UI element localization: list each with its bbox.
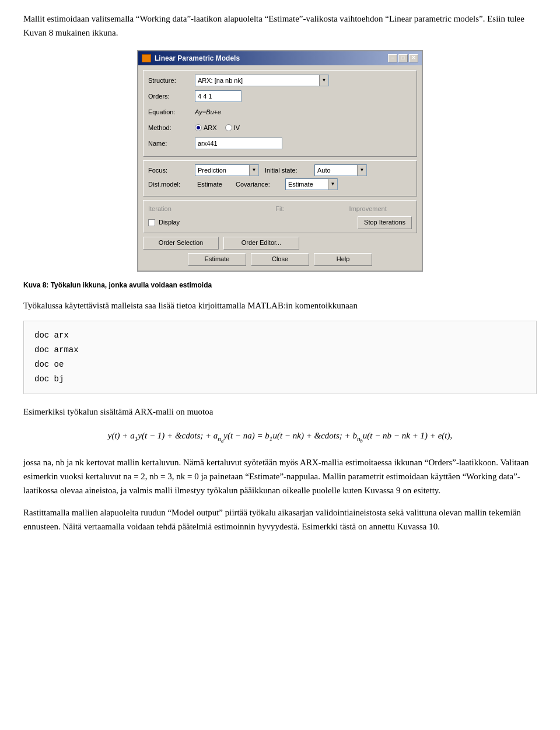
intro-paragraph: Mallit estimoidaan valitsemalla “Working…: [23, 12, 537, 40]
minimize-button[interactable]: –: [388, 54, 397, 62]
caption-bold: Kuva 8: Työkalun ikkuna, jonka avulla vo…: [23, 281, 212, 289]
iteration-section: Iteration Fit: Improvement Display Stop …: [143, 200, 417, 233]
body-paragraph-1: Työkalussa käytettävistä malleista saa l…: [23, 299, 537, 313]
iteration-col-label: Iteration: [148, 204, 236, 214]
arx-label: ARX: [204, 123, 217, 133]
method-label: Method:: [148, 123, 195, 133]
dist-model-value: Estimate: [195, 180, 230, 189]
order-editor-button[interactable]: Order Editor...: [223, 237, 299, 250]
focus-dropdown[interactable]: Prediction ▼: [195, 164, 259, 176]
dialog-title: Linear Parametric Models: [155, 53, 240, 64]
dialog-icon: [142, 54, 151, 62]
method-radio-group: ARX IV: [195, 123, 240, 133]
maximize-button[interactable]: □: [398, 54, 408, 62]
covariance-arrow[interactable]: ▼: [328, 179, 337, 189]
structure-dropdown[interactable]: ARX: [na nb nk] ▼: [195, 75, 329, 86]
iteration-header: Iteration Fit: Improvement: [148, 204, 412, 214]
fit-col-label: Fit:: [236, 204, 324, 214]
method-iv-option[interactable]: IV: [225, 123, 240, 133]
name-label: Name:: [148, 139, 195, 149]
dialog-titlebar: Linear Parametric Models – □ ✕: [138, 51, 422, 65]
code-line-1: doc arx: [34, 328, 526, 343]
display-label: Display: [159, 217, 180, 227]
figure-caption: Kuva 8: Työkalun ikkuna, jonka avulla vo…: [23, 280, 537, 290]
equation-control: Ay=Bu+e: [195, 107, 412, 117]
orders-input[interactable]: 4 4 1: [195, 90, 242, 102]
math-formula-block: y(t) + a1y(t − 1) + &cdots; + anay(t − n…: [23, 429, 537, 445]
stop-iterations-button[interactable]: Stop Iterations: [358, 216, 412, 229]
bottom-buttons-row: Estimate Close Help: [143, 253, 417, 266]
display-checkbox-area: Display: [148, 217, 180, 227]
body-paragraph-2: Esimerkiksi työkalun sisältämä ARX-malli…: [23, 405, 537, 419]
initial-state-arrow[interactable]: ▼: [357, 165, 366, 176]
focus-dropdown-arrow[interactable]: ▼: [249, 165, 258, 176]
structure-label: Structure:: [148, 76, 195, 86]
focus-label: Focus:: [148, 166, 195, 176]
code-line-4: doc bj: [34, 372, 526, 387]
method-arx-option[interactable]: ARX: [195, 123, 217, 133]
close-dialog-button[interactable]: Close: [251, 253, 309, 266]
name-input[interactable]: arx441: [195, 138, 282, 149]
iv-radio[interactable]: [225, 124, 232, 131]
method-row: Method: ARX IV: [148, 121, 412, 134]
method-control: ARX IV: [195, 123, 412, 133]
covariance-value: Estimate: [286, 180, 324, 189]
linear-parametric-models-dialog: Linear Parametric Models – □ ✕ Structure…: [137, 50, 423, 272]
initial-state-value: Auto: [315, 166, 341, 176]
body-paragraph-3: jossa na, nb ja nk kertovat mallin kerta…: [23, 455, 537, 497]
covariance-label: Covariance:: [236, 180, 285, 189]
close-button[interactable]: ✕: [409, 54, 418, 62]
equation-label: Equation:: [148, 107, 195, 117]
display-checkbox[interactable]: [148, 219, 155, 226]
structure-row: Structure: ARX: [na nb nk] ▼: [148, 74, 412, 87]
dialog-body: Structure: ARX: [na nb nk] ▼ Orders: 4 4…: [138, 65, 422, 271]
math-formula-line: y(t) + a1y(t − 1) + &cdots; + anay(t − n…: [23, 429, 537, 445]
titlebar-controls: – □ ✕: [388, 54, 418, 62]
model-settings-section: Structure: ARX: [na nb nk] ▼ Orders: 4 4…: [143, 70, 417, 157]
focus-row: Focus: Prediction ▼ Initial state: Auto …: [148, 164, 412, 176]
equation-row: Equation: Ay=Bu+e: [148, 106, 412, 118]
focus-section: Focus: Prediction ▼ Initial state: Auto …: [143, 160, 417, 196]
focus-dropdown-value: Prediction: [195, 166, 237, 176]
name-row: Name: arx441: [148, 137, 412, 150]
code-line-3: doc oe: [34, 357, 526, 372]
iv-label: IV: [234, 123, 240, 133]
orders-label: Orders:: [148, 92, 195, 101]
improvement-col-label: Improvement: [324, 204, 412, 214]
structure-dropdown-value: ARX: [na nb nk]: [195, 76, 253, 86]
equation-value: Ay=Bu+e: [195, 107, 221, 117]
code-block: doc arx doc armax doc oe doc bj: [23, 321, 537, 395]
initial-state-dropdown[interactable]: Auto ▼: [314, 164, 367, 176]
orders-row: Orders: 4 4 1: [148, 90, 412, 103]
arx-radio[interactable]: [195, 124, 202, 131]
help-button[interactable]: Help: [314, 253, 372, 266]
initial-state-label: Initial state:: [265, 166, 314, 176]
iteration-controls-row: Display Stop Iterations: [148, 216, 412, 229]
structure-control: ARX: [na nb nk] ▼: [195, 75, 412, 86]
order-buttons-row: Order Selection Order Editor...: [143, 237, 417, 250]
titlebar-left: Linear Parametric Models: [142, 53, 240, 64]
covariance-dropdown[interactable]: Estimate ▼: [285, 178, 338, 190]
dist-model-label: Dist.model:: [148, 180, 195, 189]
math-formula-text: y(t) + a1y(t − 1) + &cdots; + anay(t − n…: [108, 429, 453, 445]
estimate-button[interactable]: Estimate: [188, 253, 246, 266]
dist-model-row: Dist.model: Estimate Covariance: Estimat…: [148, 178, 412, 190]
structure-dropdown-arrow[interactable]: ▼: [319, 75, 328, 86]
code-line-2: doc armax: [34, 343, 526, 357]
orders-control: 4 4 1: [195, 90, 412, 102]
order-selection-button[interactable]: Order Selection: [143, 237, 219, 250]
dialog-wrapper: Linear Parametric Models – □ ✕ Structure…: [23, 50, 537, 272]
name-control: arx441: [195, 138, 412, 149]
body-paragraph-4: Rastittamalla mallien alapuolelta ruudun…: [23, 506, 537, 534]
